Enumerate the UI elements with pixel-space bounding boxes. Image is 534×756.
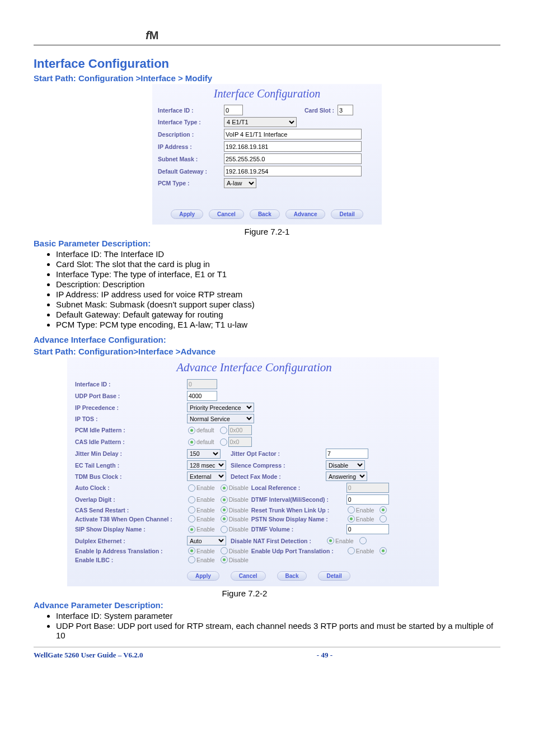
list-item: Description: Description bbox=[56, 279, 500, 289]
section-title: Interface Configuration bbox=[34, 57, 500, 71]
lbl-pcm-idle: PCM Idle Pattern : bbox=[75, 427, 187, 433]
select-tdm-bus[interactable]: External bbox=[187, 472, 226, 481]
list-item: Default Gateway: Default gateway for rou… bbox=[56, 310, 500, 319]
select-pcm-type[interactable]: A-law bbox=[224, 178, 256, 188]
lbl-ip-tos: IP TOS : bbox=[75, 416, 187, 422]
footer-title: WellGate 5260 User Guide – V6.2.0 bbox=[34, 651, 143, 660]
lbl-dtmf-interval: DTMF Interval(MiliSecond) : bbox=[251, 496, 346, 503]
input-interface-id[interactable] bbox=[224, 105, 243, 115]
select-ip-precedence[interactable]: Priority Precedence bbox=[187, 403, 254, 412]
radio-disnat-dis[interactable] bbox=[359, 537, 367, 544]
select-ec-tail[interactable]: 128 msec bbox=[187, 460, 226, 470]
input-iid2 bbox=[187, 379, 217, 389]
radio-t38-en[interactable] bbox=[188, 515, 195, 522]
start-path-1: Start Path: Configuration >Interface > M… bbox=[34, 73, 500, 83]
figure-caption-1: Figure 7.2-1 bbox=[34, 227, 500, 236]
lbl-reset-trunk: Reset Trunk When Link Up : bbox=[251, 507, 346, 514]
lbl-description: Description : bbox=[158, 131, 224, 138]
select-fax-mode[interactable]: Answering Fa bbox=[326, 472, 367, 481]
radio-t38-dis[interactable] bbox=[221, 515, 228, 522]
advance-config-panel: Advance Interface Configuration Interfac… bbox=[67, 357, 439, 586]
radio-pstn-en[interactable] bbox=[348, 515, 355, 522]
radio-autoclk-dis[interactable] bbox=[221, 484, 228, 492]
radio-disnat-en[interactable] bbox=[327, 537, 334, 544]
radio-overlap-dis[interactable] bbox=[221, 496, 228, 503]
lbl-interface-type: Interface Type : bbox=[158, 119, 224, 125]
radio-udptrans-dis[interactable] bbox=[380, 547, 387, 554]
input-pcm-idle bbox=[228, 425, 252, 435]
logo: fM bbox=[146, 29, 158, 42]
radio-cas-default[interactable] bbox=[188, 438, 195, 446]
radio-cassend-dis[interactable] bbox=[221, 506, 228, 514]
radio-ilbc-en[interactable] bbox=[188, 556, 195, 563]
radio-ipaddr-dis[interactable] bbox=[221, 547, 228, 554]
lbl-dulplex: Dulplex Ethernet : bbox=[75, 538, 187, 544]
radio-sip-en[interactable] bbox=[188, 526, 195, 533]
lbl-udp-port: UDP Port Base : bbox=[75, 393, 187, 399]
back-button[interactable]: Back bbox=[250, 209, 280, 219]
lbl-ec-tail: EC Tail Length : bbox=[75, 462, 187, 469]
select-dulplex[interactable]: Auto bbox=[187, 536, 226, 545]
input-jitter-opt[interactable] bbox=[326, 449, 368, 459]
lbl-card-slot: Card Slot : bbox=[305, 107, 334, 114]
lbl-ip-precedence: IP Precedence : bbox=[75, 404, 187, 411]
lbl-iid2: Interface ID : bbox=[75, 381, 187, 388]
lbl-jitter-opt: Jitter Opt Factor : bbox=[231, 450, 326, 457]
lbl-dtmf-vol: DTMF Volume : bbox=[251, 526, 346, 533]
input-dtmf-vol[interactable] bbox=[346, 524, 389, 534]
lbl-ilbc: Enable ILBC : bbox=[75, 557, 187, 563]
lbl-subnet-mask: Subnet Mask : bbox=[158, 156, 224, 162]
radio-pstn-dis[interactable] bbox=[380, 515, 387, 522]
lbl-silence: Silence Compress : bbox=[231, 462, 326, 469]
input-description[interactable] bbox=[224, 129, 362, 139]
list-item: Subnet Mask: Submask (doesn't support su… bbox=[56, 300, 500, 309]
radio-cas-custom[interactable] bbox=[220, 438, 227, 446]
cancel-button[interactable]: Cancel bbox=[209, 209, 244, 219]
advance-button[interactable]: Advance bbox=[285, 209, 326, 219]
radio-overlap-en[interactable] bbox=[188, 496, 195, 503]
radio-pcm-default[interactable] bbox=[188, 427, 195, 434]
input-card-slot[interactable] bbox=[338, 105, 353, 115]
apply-button[interactable]: Apply bbox=[171, 209, 203, 219]
radio-udptrans-en[interactable] bbox=[348, 547, 355, 554]
detail-button-2[interactable]: Detail bbox=[318, 571, 350, 581]
radio-ilbc-dis[interactable] bbox=[221, 556, 228, 563]
lbl-pstn-show: PSTN Show Display Name : bbox=[251, 516, 346, 522]
lbl-udp-trans: Enable Udp Port Translation : bbox=[251, 548, 346, 554]
input-udp-port[interactable] bbox=[187, 391, 217, 401]
detail-button[interactable]: Detail bbox=[331, 209, 363, 219]
input-cas-idle bbox=[228, 437, 252, 447]
list-item: Card Slot: The slot that the card is plu… bbox=[56, 259, 500, 269]
radio-cassend-en[interactable] bbox=[188, 506, 195, 514]
input-local-ref bbox=[346, 483, 389, 493]
radio-sip-dis[interactable] bbox=[221, 526, 228, 533]
advance-header-1: Advance Interface Configuration: bbox=[34, 335, 500, 344]
cancel-button-2[interactable]: Cancel bbox=[231, 571, 266, 581]
list-item: IP Address: IP address used for voice RT… bbox=[56, 290, 500, 299]
lbl-auto-clock: Auto Clock : bbox=[75, 484, 187, 491]
radio-pcm-custom[interactable] bbox=[220, 427, 227, 434]
radio-ipaddr-en[interactable] bbox=[188, 547, 195, 554]
input-subnet-mask[interactable] bbox=[224, 153, 362, 164]
input-dtmf-interval[interactable] bbox=[346, 494, 389, 505]
input-default-gateway[interactable] bbox=[224, 166, 362, 176]
radio-resettrunk-dis[interactable] bbox=[380, 506, 387, 514]
apply-button-2[interactable]: Apply bbox=[187, 571, 219, 581]
radio-autoclk-en[interactable] bbox=[188, 484, 195, 492]
select-interface-type[interactable]: 4 E1/T1 bbox=[224, 117, 297, 127]
list-item: Interface ID: System parameter bbox=[56, 611, 500, 620]
lbl-jitter-min: Jitter Min Delay : bbox=[75, 450, 187, 457]
input-ip-address[interactable] bbox=[224, 141, 362, 152]
lbl-local-ref: Local Reference : bbox=[251, 484, 346, 491]
list-item: PCM Type: PCM type encoding, E1 A-law; T… bbox=[56, 320, 500, 329]
select-silence[interactable]: Disable bbox=[326, 460, 365, 470]
lbl-ip-addr-trans: Enable Ip Address Translation : bbox=[75, 548, 187, 554]
basic-param-list: Interface ID: The Interface ID Card Slot… bbox=[46, 249, 500, 329]
select-ip-tos[interactable]: Normal Service bbox=[187, 414, 254, 423]
radio-resettrunk-en[interactable] bbox=[348, 506, 355, 514]
lbl-disable-nat: Disable NAT First Detection : bbox=[231, 538, 326, 544]
advance-param-list: Interface ID: System parameter UDP Port … bbox=[46, 611, 500, 640]
footer-page: - 49 - bbox=[317, 651, 332, 660]
select-jitter-min[interactable]: 150 bbox=[187, 449, 221, 459]
back-button-2[interactable]: Back bbox=[277, 571, 307, 581]
